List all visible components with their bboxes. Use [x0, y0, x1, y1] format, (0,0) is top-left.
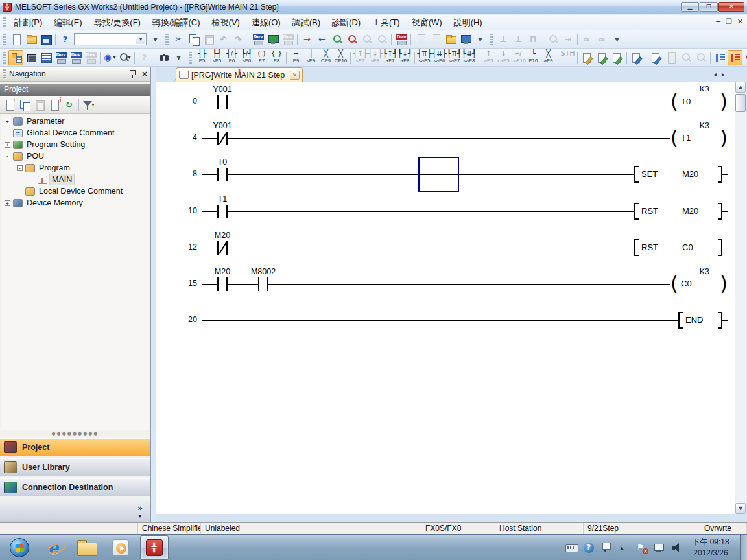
taskbar-button-internet-explorer[interactable]: e	[39, 535, 67, 560]
ladder-symbol-f6-button[interactable]: ┤/├F6	[224, 49, 239, 66]
tree-item-global-device-comment[interactable]: Global Device Comment	[1, 127, 150, 139]
taskbar-button-start[interactable]	[5, 535, 34, 560]
mdi-close-button[interactable]: ✕	[737, 18, 743, 27]
menu-item-11[interactable]: 說明(H)	[448, 15, 488, 30]
ladder-symbol-af9-button[interactable]: ╳aF9	[541, 49, 556, 66]
volume-icon[interactable]	[670, 542, 682, 554]
nc-contact-y001[interactable]	[217, 132, 228, 145]
ladder-symbol-af8-button[interactable]: ┞↓┦aF8	[397, 49, 412, 66]
titlebar-restore-button[interactable]: ❐	[700, 2, 718, 12]
nav-property-button[interactable]: i	[47, 97, 62, 113]
project-window-toggle-button[interactable]	[8, 50, 23, 65]
cut-button[interactable]	[171, 32, 186, 47]
no-contact-m20[interactable]	[217, 277, 228, 291]
mdi-minimize-button[interactable]: ─	[716, 18, 720, 27]
taskbar-button-gx-works2[interactable]: ╬	[140, 535, 169, 560]
mdi-restore-button[interactable]: ❐	[726, 18, 732, 27]
scroll-down-button[interactable]: ▼	[735, 503, 746, 514]
device-display-mode-button[interactable]: ▾	[102, 50, 117, 65]
ladder-symbol-cf9-button[interactable]: ╳CF9	[318, 49, 333, 66]
expand-icon[interactable]: +	[5, 142, 10, 148]
toolbar-grip[interactable]	[165, 34, 169, 45]
tree-item-local-device-comment[interactable]: Local Device Comment	[1, 185, 150, 197]
menu-item-2[interactable]: 編輯(E)	[48, 15, 88, 30]
statement-batch-edit-button[interactable]	[629, 50, 644, 65]
tree-item-parameter[interactable]: +Parameter	[1, 115, 150, 127]
nav-new-item-button[interactable]: +	[2, 97, 17, 113]
show-desktop-button[interactable]	[740, 535, 747, 560]
ladder-symbol-saf7-button[interactable]: ┞⇈┦saF7	[447, 49, 462, 66]
find-replace-button[interactable]	[156, 50, 171, 65]
instruction-rst-m20[interactable]: RSTM20	[634, 203, 722, 220]
device-batch-table-button[interactable]	[68, 50, 83, 65]
nav-sort-filter-button[interactable]: ▾	[81, 97, 96, 113]
ladder-symbol-cf10-button[interactable]: ╳CF10	[333, 49, 348, 66]
save-project-button[interactable]	[38, 32, 53, 47]
configure-buttons-icon[interactable]: ▾	[138, 513, 141, 519]
open-project-button[interactable]	[23, 32, 38, 47]
view-button-user-library[interactable]: User Library	[0, 458, 150, 476]
new-project-button[interactable]	[8, 32, 23, 47]
tree-item-program[interactable]: -Program	[1, 162, 150, 174]
toolbar1-overflow-button[interactable]	[473, 32, 488, 47]
tree-item-pou[interactable]: -POU	[1, 150, 150, 162]
menu-item-10[interactable]: 視窗(W)	[406, 15, 448, 30]
toolbar-grip[interactable]	[3, 52, 6, 64]
toolbar-grip[interactable]	[3, 34, 6, 45]
instruction-end[interactable]: END	[678, 312, 722, 329]
no-contact-t0[interactable]	[217, 168, 228, 181]
taskbar-button-windows-explorer[interactable]	[73, 535, 101, 560]
ladder-symbol-af7-button[interactable]: ┞↑┦aF7	[383, 49, 397, 66]
titlebar-close-button[interactable]: ✕	[718, 2, 744, 12]
expand-icon[interactable]: +	[5, 119, 10, 124]
menu-item-8[interactable]: 診斷(D)	[326, 15, 366, 30]
help-icon[interactable]	[583, 542, 595, 554]
combobox-dropdown-icon[interactable]: ▾	[136, 34, 145, 44]
ladder-symbol-saf8-button[interactable]: ┞⇊┦saF8	[462, 49, 477, 66]
device-comment-search-button[interactable]	[250, 32, 265, 47]
help-button[interactable]	[58, 32, 73, 47]
read-mode-button[interactable]	[713, 50, 728, 65]
network-icon[interactable]	[653, 542, 665, 554]
taskbar-clock[interactable]: 下午 09:18 2012/3/26	[685, 537, 737, 559]
toolbar-grip[interactable]	[189, 52, 192, 64]
ladder-symbol-f9-button[interactable]: ─F9	[289, 49, 303, 66]
coil-t1[interactable]: (T1)	[670, 128, 729, 148]
write-mode-button[interactable]	[728, 50, 742, 65]
start-monitoring-button[interactable]	[329, 32, 344, 47]
device-monitor-button[interactable]	[265, 32, 280, 47]
read-from-plc-button[interactable]	[314, 32, 329, 47]
expand-buttons-icon[interactable]: »	[137, 504, 143, 512]
view-button-connection-destination[interactable]: Connection Destination	[0, 478, 150, 496]
keyboard-icon[interactable]	[565, 542, 577, 554]
menu-item-1[interactable]: 計劃(P)	[8, 15, 48, 30]
device-display-mode-dropdown-icon[interactable]: ▾	[112, 54, 117, 60]
edit-cursor[interactable]	[418, 157, 459, 192]
no-contact-t1[interactable]	[217, 205, 228, 218]
statement-edit-button[interactable]	[595, 50, 610, 65]
ladder-symbol-sf9-button[interactable]: │sF9	[303, 49, 318, 66]
task-list-button[interactable]	[38, 50, 53, 65]
ladder-editor[interactable]: 0Y001K3(T0)4Y001K3(T1)8T0SETM2010T1RSTM2…	[156, 82, 735, 514]
toolbar-grip[interactable]	[490, 34, 493, 45]
note-batch-edit-button[interactable]	[648, 50, 663, 65]
show-hidden-icons-icon[interactable]	[618, 542, 630, 554]
device-comment-edit-button[interactable]	[580, 50, 595, 65]
collapse-icon[interactable]: -	[17, 165, 23, 171]
nav-refresh-button[interactable]	[62, 97, 77, 113]
menu-item-6[interactable]: 連線(O)	[246, 15, 287, 30]
no-contact-y001[interactable]	[217, 95, 228, 109]
note-edit-button[interactable]	[610, 50, 624, 65]
navigation-close-icon[interactable]: ×	[141, 70, 148, 78]
scroll-up-button[interactable]: ▲	[735, 82, 746, 93]
ladder-symbol-f10-button[interactable]: └F10	[526, 49, 541, 66]
coil-c0[interactable]: (C0)	[670, 274, 729, 294]
nc-contact-m20[interactable]	[217, 241, 228, 255]
pin-icon[interactable]	[128, 69, 136, 78]
collapse-icon[interactable]: -	[5, 154, 10, 159]
write-to-plc-button[interactable]	[300, 32, 314, 47]
vertical-scrollbar[interactable]: ▲ ▼	[735, 82, 746, 514]
tab-scroll-right-icon[interactable]: ▸	[722, 71, 725, 78]
menu-item-7[interactable]: 調試(B)	[287, 15, 326, 30]
ladder-symbol-sf5-button[interactable]: ┞┦sF5	[209, 49, 224, 66]
